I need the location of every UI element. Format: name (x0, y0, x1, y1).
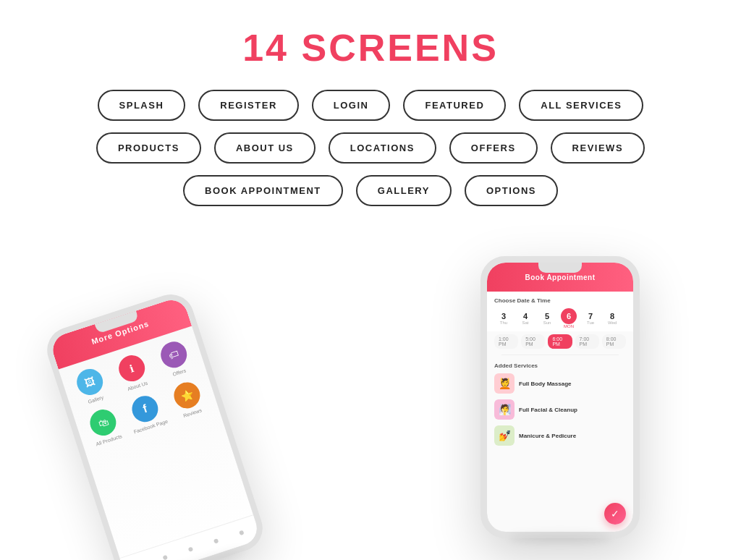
phone-right-shadow (509, 533, 611, 542)
button-row-1: SPLASH REGISTER LOGIN FEATURED ALL SERVI… (98, 90, 644, 121)
cal-day-8: 8 Wed (603, 312, 622, 325)
btn-splash[interactable]: SPLASH (98, 90, 186, 121)
cal-day-5: 5 Sun (538, 312, 556, 325)
time-slots: 1:00 PM 5:00 PM 6:00 PM 7:00 PM 8:00 PM (487, 331, 633, 352)
time-slot-1: 1:00 PM (494, 334, 518, 349)
phone-left-frame: More Options 🖼 Gallery ℹ About Us (41, 289, 268, 560)
cal-day-4: 4 Sat (516, 312, 535, 325)
divider (501, 355, 619, 355)
cal-day-3: 3 Thu (494, 312, 513, 325)
btn-login[interactable]: LOGIN (312, 90, 391, 121)
btn-register[interactable]: REGISTER (198, 90, 298, 121)
btn-options[interactable]: OPTIONS (465, 175, 558, 206)
btn-book-appointment[interactable]: BOOK APPOINTMENT (183, 175, 343, 206)
phone-left: More Options 🖼 Gallery ℹ About Us (41, 289, 268, 560)
book-date-section: Choose Date & Time 3 Thu 4 Sat 5 (487, 292, 633, 331)
options-icon-about-us: ℹ About Us (110, 350, 157, 394)
phone-left-screen: More Options 🖼 Gallery ℹ About Us (48, 296, 261, 560)
phone-right-notch (538, 263, 582, 273)
btn-products[interactable]: PRODUCTS (96, 132, 201, 164)
service-item-manicure: 💅 Manicure & Pedicure (494, 425, 626, 446)
time-slot-2: 5:00 PM (521, 334, 545, 349)
button-row-3: BOOK APPOINTMENT GALLERY OPTIONS (183, 175, 558, 206)
button-row-2: PRODUCTS ABOUT US LOCATIONS OFFERS REVIE… (96, 132, 645, 164)
cal-day-7: 7 Tue (581, 312, 600, 325)
main-title: 14 SCREENS (0, 0, 741, 69)
btn-gallery[interactable]: GALLERY (356, 175, 452, 206)
phones-section: More Options 🖼 Gallery ℹ About Us (0, 256, 741, 560)
btn-locations[interactable]: LOCATIONS (329, 132, 436, 164)
btn-all-services[interactable]: ALL SERVICES (519, 90, 643, 121)
btn-featured[interactable]: FEATURED (403, 90, 506, 121)
book-confirm-button[interactable]: ✓ (604, 503, 626, 525)
time-slot-3: 6:00 PM (548, 334, 572, 349)
phone-right-screen: Book Appointment Choose Date & Time 3 Th… (487, 263, 633, 532)
phone-right: Book Appointment Choose Date & Time 3 Th… (480, 256, 640, 538)
calendar-strip: 3 Thu 4 Sat 5 Sun (494, 308, 626, 328)
options-icon-offers: 🏷 Offers (151, 336, 198, 381)
options-icon-gallery: 🖼 Gallery (68, 364, 115, 408)
btn-offers[interactable]: OFFERS (449, 132, 538, 164)
cal-day-9: 9 Sun (624, 312, 626, 325)
btn-about-us[interactable]: ABOUT US (214, 132, 316, 164)
btn-reviews[interactable]: REVIEWS (551, 132, 645, 164)
time-slot-5: 8:00 PM (602, 334, 626, 349)
service-item-facial: 🧖 Full Facial & Cleanup (494, 399, 626, 420)
time-slot-4: 7:00 PM (575, 334, 599, 349)
services-section: Added Services 💆 Full Body Massage 🧖 (487, 358, 633, 456)
buttons-section: SPLASH REGISTER LOGIN FEATURED ALL SERVI… (0, 90, 741, 206)
service-item-massage: 💆 Full Body Massage (494, 373, 626, 394)
cal-day-6: 6 MON (559, 308, 578, 328)
phone-right-frame: Book Appointment Choose Date & Time 3 Th… (480, 256, 640, 538)
page-wrapper: 14 SCREENS SPLASH REGISTER LOGIN FEATURE… (0, 0, 741, 560)
